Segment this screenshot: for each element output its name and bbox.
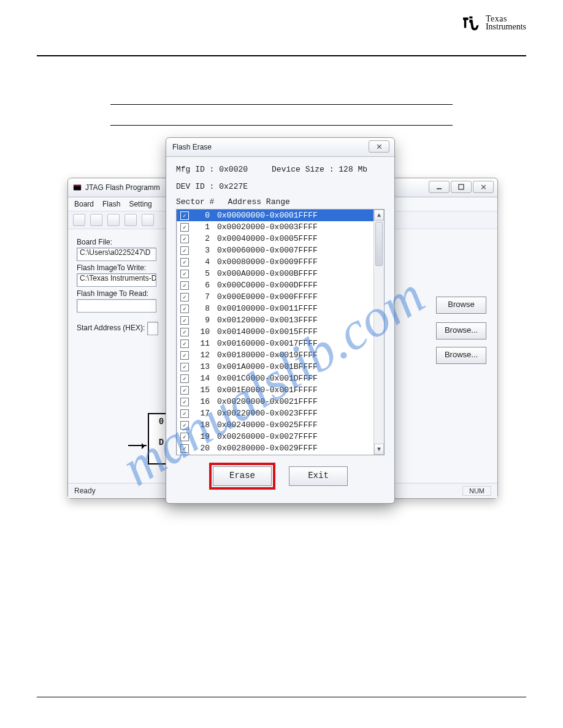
checkbox-icon[interactable] — [180, 235, 189, 243]
checkbox-icon[interactable] — [180, 328, 189, 336]
checkbox-icon[interactable] — [180, 339, 189, 348]
menu-flash[interactable]: Flash — [102, 200, 120, 208]
browse-button-1[interactable]: Browse — [436, 297, 486, 314]
scrollbar[interactable]: ▲ ▼ — [373, 210, 384, 455]
dev-label: DEV ID : — [176, 182, 214, 191]
boardfile-input[interactable]: C:\Users\a0225247\D — [77, 248, 156, 261]
erase-button[interactable]: Erase — [213, 466, 272, 486]
sector-number: 0 — [196, 211, 210, 220]
address-range: 0x000C0000-0x000DFFFF — [217, 281, 318, 290]
checkbox-icon[interactable] — [180, 363, 189, 371]
checkbox-icon[interactable] — [180, 270, 189, 278]
address-range: 0x000E0000-0x000FFFFF — [217, 292, 318, 301]
sector-number: 16 — [196, 397, 210, 406]
minimize-button[interactable] — [429, 181, 450, 193]
checkbox-icon[interactable] — [180, 223, 189, 232]
exit-button[interactable]: Exit — [289, 466, 348, 486]
checkbox-icon[interactable] — [180, 444, 189, 453]
sector-row[interactable]: 100x00140000-0x0015FFFF — [177, 326, 384, 338]
address-range: 0x001C0000-0x001DFFFF — [217, 374, 318, 383]
checkbox-icon[interactable] — [180, 433, 189, 441]
sector-number: 13 — [196, 362, 210, 371]
toolbar-icon[interactable] — [124, 214, 137, 226]
toolbar-icon[interactable] — [73, 214, 85, 226]
checkbox-icon[interactable] — [180, 305, 189, 313]
sector-row[interactable]: 40x00080000-0x0009FFFF — [177, 256, 384, 268]
address-range: 0x00000000-0x0001FFFF — [217, 211, 318, 220]
checkbox-icon[interactable] — [180, 258, 189, 267]
sector-row[interactable]: 170x00220000-0x0023FFFF — [177, 408, 384, 419]
checkbox-icon[interactable] — [180, 246, 189, 255]
sector-row[interactable]: 60x000C0000-0x000DFFFF — [177, 279, 384, 291]
sector-number: 9 — [196, 316, 210, 325]
sector-row[interactable]: 80x00100000-0x0011FFFF — [177, 303, 384, 314]
checkbox-icon[interactable] — [180, 409, 189, 418]
checkbox-icon[interactable] — [180, 281, 189, 290]
maximize-button[interactable] — [451, 181, 472, 193]
scroll-thumb[interactable] — [375, 222, 383, 266]
checkbox-icon[interactable] — [180, 421, 189, 430]
col-range: Address Range — [228, 197, 289, 207]
dialog-close-button[interactable]: ✕ — [369, 140, 389, 153]
address-range: 0x00100000-0x0011FFFF — [217, 304, 318, 313]
menu-setting[interactable]: Setting — [129, 200, 151, 208]
checkbox-icon[interactable] — [180, 293, 189, 301]
sector-row[interactable]: 140x001C0000-0x001DFFFF — [177, 373, 384, 384]
footer-rule — [37, 697, 526, 697]
startaddr-input[interactable] — [147, 322, 158, 335]
sector-number: 2 — [196, 234, 210, 243]
sector-list: 00x00000000-0x0001FFFF10x00020000-0x0003… — [176, 209, 385, 455]
checkbox-icon[interactable] — [180, 211, 189, 220]
sector-row[interactable]: 120x00180000-0x0019FFFF — [177, 349, 384, 361]
note-rule-bottom — [110, 125, 453, 126]
checkbox-icon[interactable] — [180, 386, 189, 395]
address-range: 0x00200000-0x0021FFFF — [217, 397, 318, 406]
close-icon: ✕ — [376, 142, 383, 151]
brand-line2: Instruments — [486, 23, 526, 31]
address-range: 0x00280000-0x0029FFFF — [217, 444, 318, 453]
sector-row[interactable]: 110x00160000-0x0017FFFF — [177, 338, 384, 349]
close-button[interactable]: ✕ — [473, 181, 494, 193]
browse-button-3[interactable]: Browse... — [436, 347, 486, 364]
sector-row[interactable]: 180x00240000-0x0025FFFF — [177, 419, 384, 431]
sector-row[interactable]: 70x000E0000-0x000FFFFF — [177, 291, 384, 303]
sector-row[interactable]: 160x00200000-0x0021FFFF — [177, 396, 384, 408]
flash-erase-dialog: Flash Erase ✕ Mfg ID : 0x0020 Device Siz… — [166, 137, 395, 504]
sector-number: 18 — [196, 420, 210, 430]
sector-row[interactable]: 10x00020000-0x0003FFFF — [177, 221, 384, 233]
toolbar-icon[interactable] — [142, 214, 154, 226]
sector-row[interactable]: 150x001E0000-0x001FFFFF — [177, 384, 384, 396]
menu-board[interactable]: Board — [74, 200, 94, 208]
sector-row[interactable]: 190x00260000-0x0027FFFF — [177, 431, 384, 442]
header-rule — [37, 55, 526, 56]
sector-number: 15 — [196, 385, 210, 395]
mfg-value: 0x0020 — [219, 165, 248, 174]
sector-row[interactable]: 200x00280000-0x0029FFFF — [177, 442, 384, 454]
toolbar-icon[interactable] — [107, 214, 120, 226]
browse-button-2[interactable]: Browse... — [436, 322, 486, 339]
checkbox-icon[interactable] — [180, 398, 189, 406]
sector-number: 5 — [196, 269, 210, 278]
scroll-up-icon[interactable]: ▲ — [374, 210, 384, 221]
checkbox-icon[interactable] — [180, 351, 189, 360]
sector-row[interactable]: 30x00060000-0x0007FFFF — [177, 245, 384, 256]
imgread-input[interactable] — [77, 299, 156, 313]
checkbox-icon[interactable] — [180, 316, 189, 325]
sector-row[interactable]: 20x00040000-0x0005FFFF — [177, 233, 384, 245]
address-range: 0x00080000-0x0009FFFF — [217, 257, 318, 267]
sector-row[interactable]: 00x00000000-0x0001FFFF — [177, 210, 384, 221]
address-range: 0x00240000-0x0025FFFF — [217, 420, 318, 430]
sector-row[interactable]: 130x001A0000-0x001BFFFF — [177, 361, 384, 373]
sector-number: 12 — [196, 351, 210, 360]
svg-rect-1 — [74, 185, 81, 187]
sector-row[interactable]: 90x00120000-0x0013FFFF — [177, 314, 384, 326]
toolbar-icon[interactable] — [90, 214, 102, 226]
svg-rect-3 — [459, 184, 464, 189]
dialog-titlebar[interactable]: Flash Erase ✕ — [166, 138, 394, 157]
sector-number: 8 — [196, 304, 210, 313]
checkbox-icon[interactable] — [180, 374, 189, 383]
sector-row[interactable]: 50x000A0000-0x000BFFFF — [177, 268, 384, 279]
sector-number: 11 — [196, 339, 210, 348]
scroll-down-icon[interactable]: ▼ — [374, 444, 384, 455]
imgwrite-input[interactable]: C:\Texas Instruments-D — [77, 273, 156, 287]
